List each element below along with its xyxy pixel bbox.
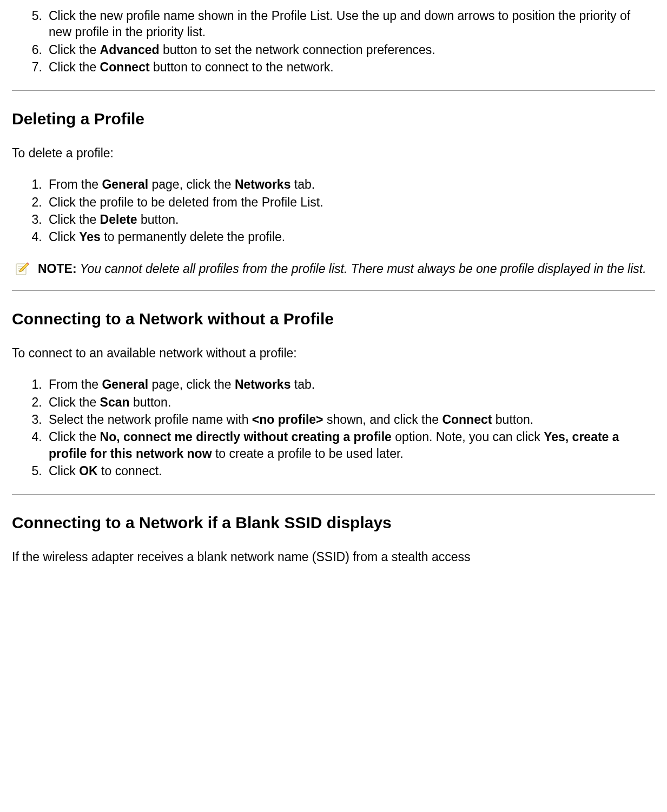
- list-item: Click the Connect button to connect to t…: [45, 59, 655, 75]
- intro-deleting-profile: To delete a profile:: [12, 145, 655, 161]
- list-item-text: Click the: [49, 212, 100, 227]
- note-text: NOTE: You cannot delete all profiles fro…: [38, 261, 652, 277]
- list-item-bold: Connect: [442, 412, 492, 427]
- list-item-bold: Connect: [100, 60, 150, 74]
- list-item-text: to create a profile to be used later.: [212, 447, 404, 461]
- list-item-bold: No, connect me directly without creating…: [100, 430, 392, 444]
- intro-connect-no-profile: To connect to an available network witho…: [12, 345, 655, 361]
- list-item: Click Yes to permanently delete the prof…: [45, 229, 655, 245]
- list-item-text: shown, and click the: [323, 412, 443, 427]
- list-item-bold: Yes: [79, 230, 101, 244]
- list-item: Click the Advanced button to set the net…: [45, 42, 655, 58]
- list-item-text: Click the profile to be deleted from the…: [49, 195, 323, 209]
- list-item-text: Select the network profile name with: [49, 412, 252, 427]
- list-item: Click the new profile name shown in the …: [45, 8, 655, 41]
- list-item-bold: OK: [79, 464, 98, 478]
- list-item: From the General page, click the Network…: [45, 376, 655, 392]
- list-item: Click the profile to be deleted from the…: [45, 194, 655, 210]
- note-block: NOTE: You cannot delete all profiles fro…: [12, 261, 655, 279]
- list-item-text: to permanently delete the profile.: [101, 230, 285, 244]
- list-item-text: button.: [130, 395, 171, 409]
- list-item-bold: <no profile>: [252, 412, 323, 427]
- list-item-text: From the: [49, 377, 102, 391]
- connect-no-profile-steps: From the General page, click the Network…: [12, 376, 655, 479]
- list-item: Click the No, connect me directly withou…: [45, 429, 655, 462]
- heading-deleting-profile: Deleting a Profile: [12, 108, 655, 130]
- list-item: Click the Scan button.: [45, 394, 655, 410]
- list-item-bold: Delete: [100, 212, 137, 227]
- list-item-text: button.: [137, 212, 179, 227]
- list-item-text: button to set the network connection pre…: [160, 43, 435, 57]
- list-item-text: page, click the: [148, 177, 235, 191]
- list-item-text: option. Note, you can click: [392, 430, 544, 444]
- list-item-bold: Networks: [235, 377, 291, 391]
- list-item-text: button to connect to the network.: [150, 60, 334, 74]
- profile-priority-list-continued: Click the new profile name shown in the …: [12, 8, 655, 75]
- list-item-text: Click the: [49, 430, 100, 444]
- section-divider: [12, 90, 655, 91]
- list-item-text: button.: [492, 412, 533, 427]
- list-item-bold: Networks: [235, 177, 291, 191]
- list-item-text: to connect.: [98, 464, 162, 478]
- list-item-text: Click: [49, 464, 79, 478]
- note-body: You cannot delete all profiles from the …: [77, 262, 646, 276]
- list-item-text: Click: [49, 230, 79, 244]
- list-item: Click the Delete button.: [45, 211, 655, 228]
- heading-connect-blank-ssid: Connecting to a Network if a Blank SSID …: [12, 512, 655, 534]
- list-item: Select the network profile name with <no…: [45, 411, 655, 428]
- heading-connect-no-profile: Connecting to a Network without a Profil…: [12, 308, 655, 330]
- list-item-text: Click the: [49, 395, 100, 409]
- intro-connect-blank-ssid: If the wireless adapter receives a blank…: [12, 549, 655, 565]
- deleting-profile-steps: From the General page, click the Network…: [12, 176, 655, 245]
- list-item-text: page, click the: [148, 377, 235, 391]
- list-item-bold: General: [102, 377, 148, 391]
- list-item-text: tab.: [290, 177, 315, 191]
- list-item-text: tab.: [290, 377, 315, 391]
- list-item-bold: Scan: [100, 395, 130, 409]
- list-item-bold: Advanced: [100, 43, 160, 57]
- list-item: From the General page, click the Network…: [45, 176, 655, 192]
- list-item-bold: General: [102, 177, 148, 191]
- list-item-text: Click the: [49, 60, 100, 74]
- list-item-text: From the: [49, 177, 102, 191]
- section-divider: [12, 494, 655, 495]
- list-item: Click OK to connect.: [45, 463, 655, 479]
- section-divider: [12, 290, 655, 291]
- list-item-text: Click the new profile name shown in the …: [49, 9, 630, 39]
- note-icon: [15, 262, 29, 279]
- list-item-text: Click the: [49, 43, 100, 57]
- note-label: NOTE:: [38, 262, 77, 276]
